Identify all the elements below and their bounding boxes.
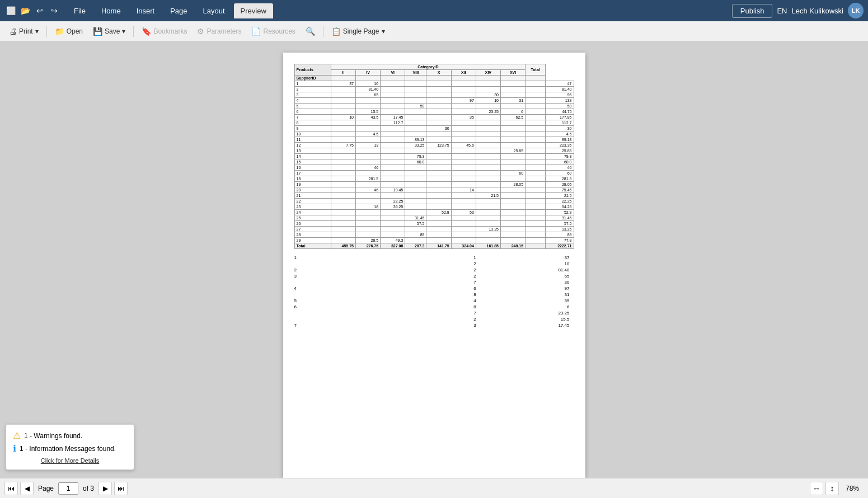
data-cell: 30 [546, 126, 574, 131]
table-row: 288989 [294, 232, 574, 238]
data-cell [526, 104, 546, 109]
data-cell [451, 87, 476, 92]
table-row: 204619.451479.45 [294, 187, 574, 193]
data-cell [426, 165, 451, 171]
data-cell: 53 [451, 210, 476, 215]
data-cell [381, 176, 405, 182]
separator3 [323, 26, 323, 37]
data-cell [426, 238, 451, 243]
data-cell [526, 193, 546, 199]
last-page-button[interactable]: ⏭ [114, 482, 128, 495]
zoom-label: 78% [841, 485, 864, 492]
col-header-4: IV [355, 70, 380, 76]
data-cell [355, 221, 380, 227]
list-item: 2281.40 [294, 267, 574, 273]
list-item-cell: 7 [387, 280, 481, 285]
data-cell [405, 238, 426, 243]
quick-icons: ⬜ 📂 ↩ ↪ [4, 4, 60, 17]
data-cell [381, 193, 405, 199]
data-cell [405, 81, 426, 87]
list-item: 3265 [294, 273, 574, 279]
data-cell [426, 87, 451, 92]
publish-button[interactable]: Publish [732, 4, 773, 18]
data-cell [500, 154, 525, 159]
print-button[interactable]: 🖨 Print ▾ [4, 25, 43, 38]
data-cell: 46 [546, 165, 574, 171]
menu-home[interactable]: Home [95, 3, 128, 18]
data-cell: 89.13 [405, 137, 426, 143]
data-cell [526, 204, 546, 210]
data-cell [405, 171, 426, 176]
menu-preview[interactable]: Preview [234, 3, 273, 18]
data-cell [426, 109, 451, 115]
next-page-button[interactable]: ▶ [98, 482, 112, 495]
data-cell: 248.15 [500, 243, 525, 249]
supplier-id-cell: 10 [294, 131, 331, 137]
prev-page-button[interactable]: ◀ [20, 482, 34, 495]
data-cell: 15.5 [355, 109, 380, 115]
table-row: Total455.75276.75327.08287.3141.75324.04… [294, 243, 574, 249]
data-cell [526, 187, 546, 193]
data-cell: 81.40 [546, 87, 574, 92]
table-row: 2452.85352.8 [294, 210, 574, 215]
list-item-cell: 4 [387, 298, 481, 303]
resources-icon: 📄 [251, 27, 261, 36]
data-cell [426, 199, 451, 204]
fit-width-button[interactable]: ↔ [810, 482, 823, 495]
data-cell [426, 227, 451, 232]
list-item-cell: 5 [294, 298, 388, 303]
single-page-label: Single Page [343, 27, 379, 35]
list-item-cell: 31 [481, 292, 574, 297]
data-cell [426, 193, 451, 199]
print-icon: 🖨 [9, 27, 17, 36]
undo-icon[interactable]: ↩ [34, 4, 46, 17]
data-cell: 13.25 [476, 227, 500, 232]
table-row: 127.751333.25123.7545.6223.35 [294, 143, 574, 148]
data-cell: 112.7 [381, 120, 405, 126]
save-button[interactable]: 💾 Save ▾ [88, 25, 130, 38]
data-cell: 33.25 [405, 143, 426, 148]
supplier-id-cell: 25 [294, 215, 331, 221]
data-cell [451, 120, 476, 126]
data-cell [426, 171, 451, 176]
list-item-cell: 2 [387, 267, 481, 273]
menu-layout[interactable]: Layout [196, 3, 232, 18]
data-cell: 52.8 [546, 210, 574, 215]
redo-icon[interactable]: ↪ [48, 4, 60, 17]
data-cell: 2222.71 [546, 243, 574, 249]
data-cell [426, 187, 451, 193]
supplier-id-cell: 12 [294, 143, 331, 148]
data-cell [451, 232, 476, 238]
open-button[interactable]: 📁 Open [50, 25, 87, 38]
page-number-input[interactable] [58, 482, 78, 495]
data-cell [500, 137, 525, 143]
data-cell [526, 210, 546, 215]
supplier-id-cell: 15 [294, 159, 331, 165]
data-cell [526, 227, 546, 232]
data-cell: 60.0 [546, 159, 574, 165]
fit-height-button[interactable]: ↕ [825, 482, 839, 495]
menu-page[interactable]: Page [163, 3, 194, 18]
search-button[interactable]: 🔍 [301, 25, 320, 38]
new-icon[interactable]: ⬜ [4, 4, 17, 17]
data-cell [451, 81, 476, 87]
parameters-icon: ⚙ [197, 27, 204, 36]
data-cell [355, 171, 380, 176]
single-page-button[interactable]: 📋 Single Page ▾ [327, 25, 390, 38]
data-cell [500, 227, 525, 232]
save-label: Save [105, 27, 120, 35]
data-cell: 46 [355, 165, 380, 171]
data-cell [405, 126, 426, 131]
table-row: 104.54.5 [294, 131, 574, 137]
col-header-2: II [331, 70, 355, 76]
first-page-button[interactable]: ⏮ [4, 482, 18, 495]
supplier-id-cell: 29 [294, 238, 331, 243]
more-details-link[interactable]: Click for More Details [13, 457, 127, 464]
list-item-cell: 7 [387, 311, 481, 316]
data-cell [476, 126, 500, 131]
menu-file[interactable]: File [67, 3, 92, 18]
data-cell: 60 [546, 171, 574, 176]
open-file-icon[interactable]: 📂 [19, 4, 31, 17]
menu-insert[interactable]: Insert [130, 3, 162, 18]
data-cell [476, 81, 500, 87]
